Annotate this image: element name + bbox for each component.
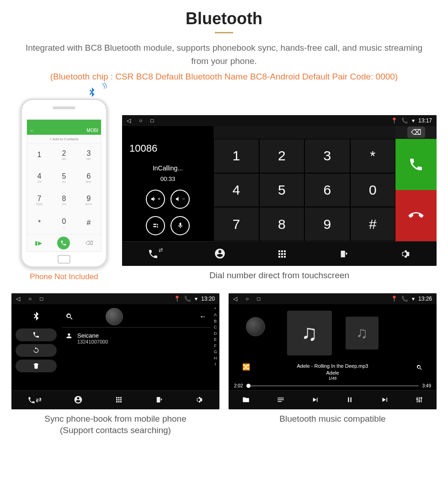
backspace-icon: ⌫ — [85, 240, 93, 246]
back-icon[interactable]: ◁ — [127, 117, 131, 124]
dial-key[interactable]: * — [350, 139, 396, 173]
volume-up-button[interactable]: + — [146, 190, 165, 209]
phone-mock-column: ←MOBI + Add to Contacts 12ABC3DEF4GHI5JK… — [11, 92, 117, 281]
dial-key[interactable]: 2 — [259, 139, 305, 173]
recent-icon[interactable]: □ — [40, 296, 43, 302]
title-underline — [215, 32, 233, 33]
statusbar: ◁○□ 📍📞▾13:20 — [11, 293, 219, 304]
assistant-orb[interactable] — [246, 317, 265, 336]
backspace-button[interactable]: ⌫ — [395, 126, 437, 139]
phone-statusbar — [27, 120, 101, 126]
phone-key[interactable]: 2ABC — [52, 144, 76, 167]
dial-key[interactable]: 1 — [213, 139, 259, 173]
phone-status-icon: 📞 — [184, 296, 191, 302]
track-title: Adele - Rolling In the Deep.mp3 — [229, 363, 437, 369]
back-icon[interactable]: ◁ — [233, 296, 237, 302]
mic-button[interactable] — [171, 216, 190, 235]
dial-key[interactable]: 0 — [350, 173, 396, 207]
phone-key[interactable]: * — [27, 212, 52, 234]
assistant-orb[interactable] — [106, 308, 123, 325]
playlist-icon[interactable] — [277, 396, 285, 404]
nav-contacts-icon[interactable] — [74, 395, 83, 404]
dial-key[interactable]: 6 — [304, 173, 350, 207]
add-contacts-label: + Add to Contacts — [27, 135, 101, 144]
prev-icon[interactable] — [311, 396, 320, 404]
dialed-number: 10086 — [128, 131, 208, 157]
phone-caption: Phone Not Included — [11, 272, 117, 281]
pause-icon[interactable] — [346, 396, 354, 404]
dial-key[interactable]: 7 — [213, 207, 259, 241]
phone-key[interactable]: 4GHI — [27, 166, 52, 189]
nav-calls-icon[interactable]: ⇄ — [148, 248, 163, 259]
home-icon[interactable]: ○ — [28, 296, 32, 302]
folder-icon[interactable] — [242, 396, 250, 404]
search-icon[interactable] — [65, 312, 74, 321]
contact-name: Seicane — [77, 332, 108, 339]
shuffle-icon[interactable]: 🔀 — [242, 363, 250, 371]
nav-sync-icon[interactable] — [155, 396, 163, 404]
nav-contacts-icon[interactable] — [214, 248, 226, 259]
contact-row[interactable]: Seicane13241007000 — [62, 328, 210, 349]
nav-settings-icon[interactable] — [195, 396, 203, 404]
pb-refresh-button[interactable] — [16, 344, 57, 357]
home-icon[interactable]: ○ — [139, 117, 142, 124]
nav-sync-icon[interactable] — [339, 249, 349, 259]
dial-key[interactable]: 8 — [259, 207, 305, 241]
statusbar: ◁ ○ □ 📍 📞 ▾ 13:17 — [122, 115, 437, 126]
phone-key[interactable]: 3DEF — [76, 144, 101, 167]
alpha-index[interactable]: *ABCDEFGHI — [211, 304, 219, 390]
phone-call-button[interactable] — [57, 237, 70, 249]
bluetooth-icon — [85, 85, 98, 100]
recent-icon[interactable]: □ — [150, 117, 154, 124]
dial-key[interactable]: 5 — [259, 173, 305, 207]
recent-icon[interactable]: □ — [257, 296, 260, 302]
hangup-button[interactable] — [395, 190, 437, 241]
phone-key[interactable]: 9WXYZ — [76, 189, 101, 212]
home-icon[interactable]: ○ — [245, 296, 249, 302]
phone-key[interactable]: 5JKL — [52, 166, 76, 189]
phone-key[interactable]: # — [76, 212, 101, 234]
call-button[interactable] — [395, 139, 437, 190]
wifi-icon: ▾ — [412, 296, 415, 302]
phone-bottom-bar: ▮▶ ⌫ — [27, 234, 101, 251]
phone-device: ←MOBI + Add to Contacts 12ABC3DEF4GHI5JK… — [21, 99, 107, 268]
call-status: InCalling... — [128, 164, 208, 172]
next-icon[interactable] — [380, 396, 389, 404]
pb-delete-button[interactable] — [16, 360, 57, 372]
dial-key[interactable]: # — [350, 207, 396, 241]
phone-key[interactable]: 0+ — [52, 212, 76, 234]
music-unit: ◁○□ 📍📞▾13:26 ♫ ♫ 🔀 Adele - Rolling In th… — [229, 293, 437, 409]
dial-key[interactable]: 3 — [304, 139, 350, 173]
phonebook-caption: Sync phone-book from mobile phone(Suppor… — [11, 413, 219, 436]
dial-key[interactable]: 9 — [304, 207, 350, 241]
equalizer-icon[interactable] — [415, 396, 423, 404]
video-icon: ▮▶ — [35, 240, 42, 246]
phone-key[interactable]: 8TUV — [52, 189, 76, 212]
phone-status-icon: 📞 — [401, 117, 408, 124]
phone-key[interactable]: 1 — [27, 144, 52, 167]
dialer-unit: ◁ ○ □ 📍 📞 ▾ 13:17 10086 InCalling... 00:… — [122, 115, 437, 266]
phone-key[interactable]: 7PQRS — [27, 189, 52, 212]
clock: 13:17 — [418, 117, 432, 124]
dial-key[interactable]: 4 — [213, 173, 259, 207]
pb-call-button[interactable] — [16, 328, 57, 341]
album-art-next: ♫ — [346, 317, 379, 349]
phone-key[interactable]: 6MNO — [76, 166, 101, 189]
back-arrow-icon[interactable]: ← — [199, 312, 207, 321]
track-artist: Adele — [229, 370, 437, 376]
phone-header: ←MOBI — [27, 126, 101, 135]
bluetooth-icon — [30, 309, 42, 323]
nav-calls-icon[interactable]: ⇄ — [27, 395, 42, 404]
nav-settings-icon[interactable] — [400, 248, 411, 259]
search-icon[interactable] — [416, 363, 423, 371]
volume-down-button[interactable]: − — [171, 190, 190, 209]
back-icon[interactable]: ◁ — [16, 296, 20, 302]
nav-dialpad-icon[interactable] — [277, 248, 288, 259]
transfer-button[interactable] — [146, 216, 165, 235]
music-caption: Bluetooth music compatible — [229, 413, 437, 425]
dialer-caption: Dial number direct from touchscreen — [122, 270, 437, 281]
nav-dialpad-icon[interactable] — [115, 396, 123, 404]
wifi-icon: ▾ — [195, 296, 197, 302]
location-icon: 📍 — [174, 296, 181, 302]
progress-bar[interactable]: 2:02 3:49 — [229, 382, 437, 390]
